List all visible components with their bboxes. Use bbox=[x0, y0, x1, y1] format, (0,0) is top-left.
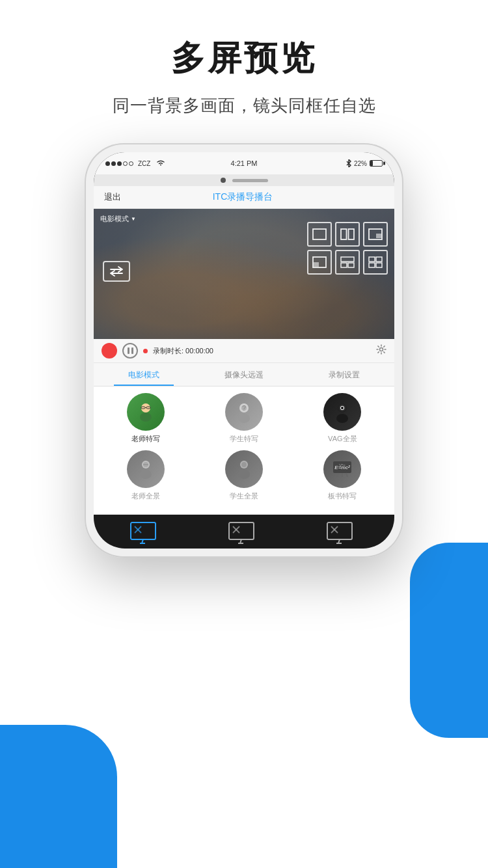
pause-button[interactable] bbox=[122, 343, 138, 359]
phone-inner: ZCZ 4:21 PM 22% bbox=[94, 152, 394, 549]
mode-label: 电影模式 ▼ bbox=[100, 214, 136, 224]
tab-camera-remote[interactable]: 摄像头远遥 bbox=[194, 363, 294, 386]
svg-text:V²=: V²= bbox=[340, 463, 346, 467]
carrier-text: ZCZ bbox=[138, 160, 150, 167]
phone-camera-row bbox=[94, 174, 394, 186]
avatar-student-closeup: ? bbox=[225, 393, 263, 431]
teacher-full-figure bbox=[133, 456, 159, 482]
signal-dot-2 bbox=[111, 161, 116, 166]
avatar-board-closeup: E=mc² V²= bbox=[323, 450, 361, 488]
scene-board-closeup[interactable]: E=mc² V²= 板书特写 bbox=[296, 450, 389, 501]
svg-rect-6 bbox=[314, 262, 319, 267]
blue-deco-left bbox=[0, 725, 117, 868]
svg-rect-9 bbox=[348, 263, 354, 267]
avatar-teacher-full bbox=[127, 450, 165, 488]
svg-line-40 bbox=[346, 473, 347, 477]
monitor-cell-3[interactable] bbox=[296, 521, 389, 545]
front-camera bbox=[221, 178, 226, 183]
status-left: ZCZ bbox=[105, 159, 165, 168]
label-teacher-full: 老师全景 bbox=[131, 491, 160, 501]
layout-side-by-side[interactable] bbox=[335, 222, 360, 247]
tab-bar: 电影模式 摄像头远遥 录制设置 bbox=[94, 363, 394, 387]
scene-teacher-closeup[interactable]: 老师特写 bbox=[99, 393, 192, 444]
label-board-closeup: 板书特写 bbox=[328, 491, 357, 501]
monitor-cell-1[interactable] bbox=[99, 521, 192, 545]
nav-title: ITC录播导播台 bbox=[213, 191, 273, 203]
grid-row-2: 老师全景 学生全景 bbox=[99, 450, 389, 501]
svg-rect-2 bbox=[349, 229, 355, 239]
recording-time: 录制时长: 00:00:00 bbox=[153, 346, 371, 356]
status-bar: ZCZ 4:21 PM 22% bbox=[94, 152, 394, 174]
tab-record-settings[interactable]: 录制设置 bbox=[294, 363, 394, 386]
swap-icon[interactable] bbox=[103, 261, 130, 282]
svg-rect-10 bbox=[369, 257, 375, 262]
scene-vag-panorama[interactable]: VAG全景 bbox=[296, 393, 389, 444]
svg-rect-11 bbox=[376, 257, 382, 262]
scene-teacher-full[interactable]: 老师全景 bbox=[99, 450, 192, 501]
svg-point-14 bbox=[380, 348, 383, 351]
layout-icons-grid bbox=[307, 222, 388, 275]
wifi-icon bbox=[156, 159, 165, 168]
svg-rect-52 bbox=[327, 522, 352, 539]
svg-point-19 bbox=[140, 413, 152, 422]
svg-rect-13 bbox=[376, 263, 382, 267]
main-title: 多屏预览 bbox=[0, 36, 488, 81]
svg-rect-42 bbox=[131, 522, 156, 539]
nav-back-button[interactable]: 退出 bbox=[104, 191, 121, 203]
monitor-row bbox=[94, 514, 394, 549]
svg-rect-7 bbox=[341, 257, 354, 262]
pause-bar-2 bbox=[131, 347, 133, 354]
svg-point-32 bbox=[140, 470, 152, 479]
video-area: 电影模式 ▼ bbox=[94, 209, 394, 339]
layout-three-split[interactable] bbox=[335, 250, 360, 275]
recording-indicator-dot bbox=[143, 349, 148, 353]
monitor-icon-2 bbox=[228, 521, 260, 545]
monitor-cell-2[interactable] bbox=[197, 521, 290, 545]
svg-text:?: ? bbox=[242, 405, 246, 412]
monitor-icon-3 bbox=[326, 521, 359, 545]
nav-bar: 退出 ITC录播导播台 bbox=[94, 186, 394, 209]
svg-point-35 bbox=[238, 470, 250, 479]
monitor-icon-1 bbox=[129, 521, 162, 545]
signal-dot-1 bbox=[105, 161, 110, 166]
svg-line-39 bbox=[337, 473, 338, 477]
svg-rect-8 bbox=[341, 263, 347, 267]
signal-dot-5 bbox=[129, 161, 133, 166]
avatar-vag-panorama bbox=[323, 393, 361, 431]
record-button[interactable] bbox=[102, 343, 117, 359]
svg-point-28 bbox=[336, 414, 348, 423]
grid-row-1: 老师特写 ? 学生特写 bbox=[99, 393, 389, 444]
header-section: 多屏预览 同一背景多画面，镜头同框任自选 bbox=[0, 0, 488, 143]
tab-movie-mode[interactable]: 电影模式 bbox=[94, 363, 194, 386]
svg-point-23 bbox=[238, 414, 250, 423]
recording-bar: 录制时长: 00:00:00 bbox=[94, 339, 394, 363]
student-full-figure bbox=[231, 456, 257, 482]
label-vag-panorama: VAG全景 bbox=[328, 434, 357, 444]
svg-rect-4 bbox=[376, 234, 381, 238]
label-student-closeup: 学生特写 bbox=[230, 434, 258, 444]
scene-student-full[interactable]: 学生全景 bbox=[197, 450, 290, 501]
layout-pip-right[interactable] bbox=[363, 222, 388, 247]
battery-icon bbox=[370, 160, 383, 167]
label-student-full: 学生全景 bbox=[230, 491, 258, 501]
avatar-teacher-closeup bbox=[127, 393, 165, 431]
status-right: 22% bbox=[346, 159, 383, 167]
board-figure: E=mc² V²= bbox=[329, 456, 355, 482]
layout-single[interactable] bbox=[307, 222, 332, 247]
layout-pip-bottom-left[interactable] bbox=[307, 250, 332, 275]
layout-four-grid[interactable] bbox=[363, 250, 388, 275]
pause-bar-1 bbox=[128, 347, 129, 354]
signal-bars bbox=[105, 161, 133, 166]
phone-outer: ZCZ 4:21 PM 22% bbox=[85, 143, 403, 558]
speaker-grille bbox=[232, 179, 268, 182]
battery-fill bbox=[370, 161, 373, 166]
settings-gear-icon[interactable] bbox=[376, 344, 386, 357]
vag-figure bbox=[329, 399, 355, 425]
scene-grid: 老师特写 ? 学生特写 bbox=[94, 387, 394, 514]
svg-point-34 bbox=[241, 462, 247, 467]
battery-percent: 22% bbox=[354, 160, 367, 167]
scene-student-closeup[interactable]: ? 学生特写 bbox=[197, 393, 290, 444]
svg-point-27 bbox=[341, 407, 344, 409]
status-time: 4:21 PM bbox=[231, 159, 258, 167]
svg-rect-12 bbox=[369, 263, 375, 267]
